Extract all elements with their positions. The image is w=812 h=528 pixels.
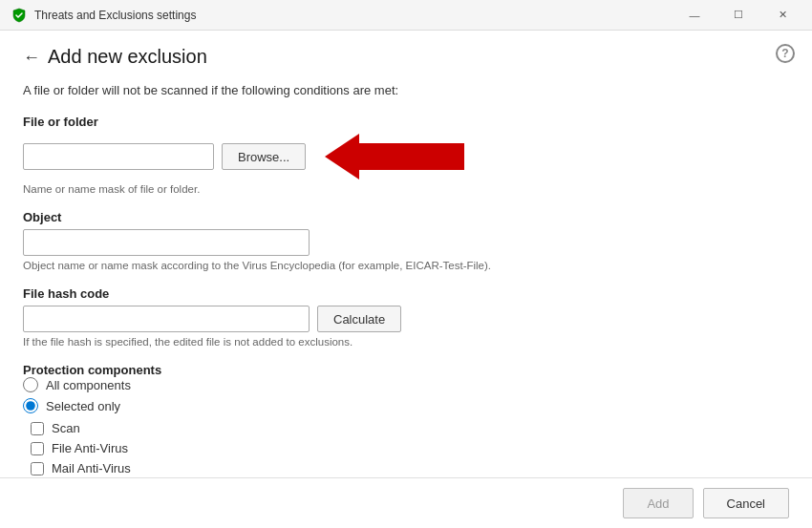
main-window: ← Add new exclusion ? A file or folder w… <box>0 31 812 528</box>
file-folder-row: Browse... <box>23 134 789 180</box>
app-icon <box>11 8 27 23</box>
mail-av-label: Mail Anti-Virus <box>52 461 131 475</box>
mail-av-checkbox[interactable] <box>31 462 44 475</box>
browse-button[interactable]: Browse... <box>222 143 306 170</box>
arrow-head <box>325 134 359 180</box>
file-folder-label: File or folder <box>23 115 789 129</box>
add-button[interactable]: Add <box>623 488 693 518</box>
title-bar-controls: — ☐ ✕ <box>673 0 804 31</box>
file-hash-label: File hash code <box>23 286 789 301</box>
radio-all-label: All components <box>46 378 131 392</box>
protection-components-group: Protection components All components Sel… <box>23 363 789 477</box>
radio-selected-only[interactable]: Selected only <box>23 398 789 413</box>
title-bar-text: Threats and Exclusions settings <box>34 9 196 22</box>
scan-checkbox[interactable] <box>31 422 44 435</box>
checkbox-scan[interactable]: Scan <box>31 421 789 435</box>
description-text: A file or folder will not be scanned if … <box>23 83 789 97</box>
maximize-button[interactable]: ☐ <box>716 0 760 31</box>
object-label: Object <box>23 210 789 224</box>
title-bar-left: Threats and Exclusions settings <box>11 8 196 23</box>
help-icon[interactable]: ? <box>776 44 795 63</box>
calculate-button[interactable]: Calculate <box>317 306 401 332</box>
footer: Add Cancel <box>0 477 812 528</box>
radio-all-components[interactable]: All components <box>23 377 789 392</box>
title-bar: Threats and Exclusions settings — ☐ ✕ <box>0 0 812 31</box>
page-header: ← Add new exclusion ? <box>0 31 812 72</box>
radio-selected-label: Selected only <box>46 399 120 413</box>
object-input[interactable] <box>23 229 310 256</box>
file-hash-row: Calculate <box>23 306 789 332</box>
object-hint: Object name or name mask according to th… <box>23 260 789 271</box>
checkbox-group: Scan File Anti-Virus Mail Anti-Virus Web… <box>23 421 789 477</box>
object-group: Object Object name or name mask accordin… <box>23 210 789 271</box>
radio-group: All components Selected only <box>23 377 789 413</box>
object-row <box>23 229 789 256</box>
file-hash-hint: If the file hash is specified, the edite… <box>23 336 789 348</box>
red-arrow-indicator <box>325 134 464 180</box>
file-or-folder-group: File or folder Browse... Name or name ma… <box>23 115 789 195</box>
file-folder-input[interactable] <box>23 143 214 170</box>
checkbox-mail-av[interactable]: Mail Anti-Virus <box>31 461 789 475</box>
close-button[interactable]: ✕ <box>760 0 804 31</box>
radio-all-input[interactable] <box>23 377 38 392</box>
page-title: Add new exclusion <box>48 46 207 68</box>
arrow-shaft <box>359 143 464 170</box>
protection-components-title: Protection components <box>23 363 161 377</box>
file-av-checkbox[interactable] <box>31 442 44 455</box>
cancel-button[interactable]: Cancel <box>703 488 789 518</box>
content-area: A file or folder will not be scanned if … <box>0 72 812 477</box>
back-row: ← Add new exclusion <box>23 46 789 68</box>
minimize-button[interactable]: — <box>673 0 716 31</box>
back-button[interactable]: ← <box>23 49 40 66</box>
file-hash-input[interactable] <box>23 306 310 332</box>
checkbox-file-av[interactable]: File Anti-Virus <box>31 441 789 455</box>
scan-label: Scan <box>52 421 80 435</box>
file-hash-group: File hash code Calculate If the file has… <box>23 286 789 348</box>
file-av-label: File Anti-Virus <box>52 441 128 455</box>
radio-selected-input[interactable] <box>23 398 38 413</box>
file-folder-hint: Name or name mask of file or folder. <box>23 183 789 195</box>
